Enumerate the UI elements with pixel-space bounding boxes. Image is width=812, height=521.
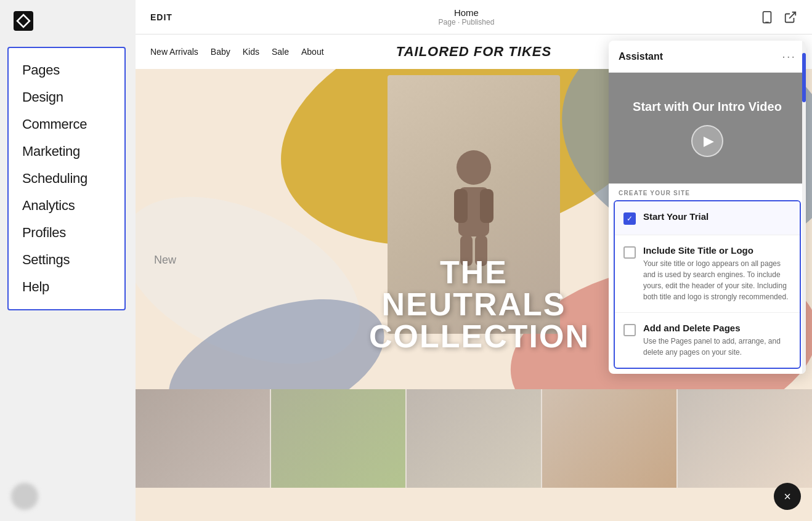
left-sidebar: Pages Design Commerce Marketing Scheduli… [0,0,136,521]
nav-item-help[interactable]: Help [9,273,124,301]
product-thumb-2[interactable] [271,389,407,488]
product-row [136,389,812,488]
product-thumb-5[interactable] [678,389,812,488]
svg-line-3 [789,12,795,18]
nav-item-settings[interactable]: Settings [9,246,124,273]
close-button[interactable]: × [774,483,801,510]
assistant-video[interactable]: Start with Our Intro Video ▶ [609,73,806,184]
checklist-item-title-add-delete-pages: Add and Delete Pages [643,323,791,333]
play-icon: ▶ [704,133,714,149]
assistant-panel: Assistant ··· Start with Our Intro Video… [609,41,806,374]
product-thumb-3[interactable] [407,389,542,488]
play-button[interactable]: ▶ [691,125,723,157]
nav-item-design[interactable]: Design [9,84,124,111]
nav-item-profiles[interactable]: Profiles [9,219,124,246]
nav-kids[interactable]: Kids [243,47,259,57]
checklist-item-title-start-trial: Start Your Trial [643,211,791,222]
assistant-more-button[interactable]: ··· [782,49,796,63]
nav-item-scheduling[interactable]: Scheduling [9,165,124,192]
hero-title: THE NEUTRALS COLLECTION [369,256,579,352]
nav-sale[interactable]: Sale [272,47,289,57]
nav-item-analytics[interactable]: Analytics [9,192,124,219]
checklist-item-add-delete-pages[interactable]: Add and Delete Pages Use the Pages panel… [615,313,800,368]
checklist-item-desc-include-logo: Your site title or logo appears on all p… [643,258,791,302]
site-nav-links: New Arrivals Baby Kids Sale About [150,47,324,57]
main-content: EDIT Home Page · Published New Arrivals … [136,0,812,521]
nav-item-commerce[interactable]: Commerce [9,111,124,138]
main-nav: Pages Design Commerce Marketing Scheduli… [7,47,126,310]
nav-about[interactable]: About [301,47,324,57]
nav-item-pages[interactable]: Pages [9,57,124,84]
checklist-item-start-trial[interactable]: ✓ Start Your Trial [615,201,800,235]
nav-item-marketing[interactable]: Marketing [9,138,124,165]
nav-new-arrivals[interactable]: New Arrivals [150,47,198,57]
checklist-item-desc-add-delete-pages: Use the Pages panel to add, arrange, and… [643,336,791,358]
mobile-preview-icon[interactable] [760,10,774,24]
website-preview: New Arrivals Baby Kids Sale About Tailor… [136,34,812,521]
external-link-icon[interactable] [784,10,797,24]
checklist-item-include-logo[interactable]: Include Site Title or Logo Your site tit… [615,235,800,313]
svg-rect-16 [454,189,468,223]
product-thumb-4[interactable] [542,389,678,488]
checklist-item-title-include-logo: Include Site Title or Logo [643,245,791,256]
nav-baby[interactable]: Baby [211,47,230,57]
svg-rect-1 [763,11,771,22]
edit-button[interactable]: EDIT [150,12,173,22]
svg-point-14 [457,150,491,185]
check-mark-icon: ✓ [627,214,633,223]
create-section-label: CREATE YOUR SITE [609,184,806,200]
svg-rect-17 [480,189,493,223]
product-thumb-1[interactable] [136,389,271,488]
checkbox-start-trial[interactable]: ✓ [623,212,636,225]
checklist-item-content-include-logo: Include Site Title or Logo Your site tit… [643,245,791,302]
checklist: ✓ Start Your Trial Include Site Title or… [614,200,801,369]
checkbox-include-logo[interactable] [623,246,636,259]
top-bar-center: Home Page · Published [439,7,495,26]
editor-top-bar: EDIT Home Page · Published [136,0,812,34]
checklist-item-content-add-delete-pages: Add and Delete Pages Use the Pages panel… [643,323,791,358]
assistant-header: Assistant ··· [609,41,806,73]
page-name: Home [454,7,479,18]
hero-text-overlay: THE NEUTRALS COLLECTION [369,256,579,352]
video-title: Start with Our Intro Video [633,100,782,114]
checkbox-add-delete-pages[interactable] [623,324,636,336]
scrollbar-thumb [802,53,806,102]
scrollbar-track[interactable] [802,41,806,374]
app-logo[interactable] [0,0,47,42]
top-bar-right [760,10,797,24]
top-bar-left: EDIT [150,12,173,22]
user-avatar[interactable] [11,483,38,510]
checklist-item-content-start-trial: Start Your Trial [643,211,791,224]
page-status: Page · Published [439,18,495,26]
assistant-title: Assistant [619,51,663,62]
site-title: Tailored for Tikes [396,44,551,60]
new-label: New [154,254,176,267]
